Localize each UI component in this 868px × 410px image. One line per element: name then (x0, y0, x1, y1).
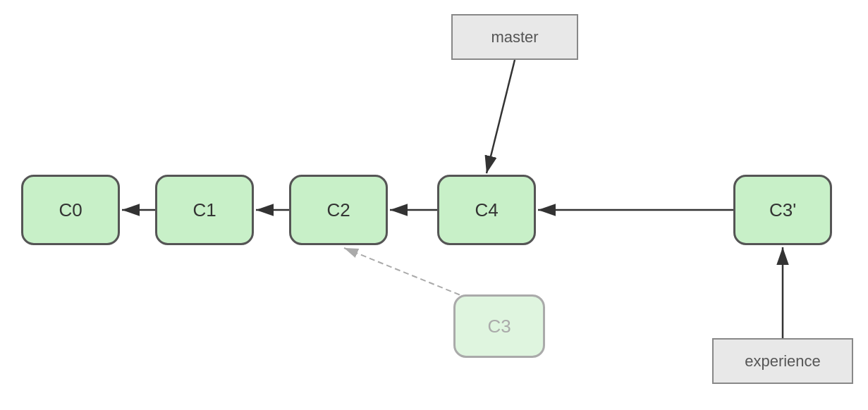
label-master: master (451, 14, 578, 60)
label-experience: experience (712, 338, 853, 384)
commit-node-c3prime: C3' (733, 175, 832, 245)
commit-node-c0: C0 (21, 175, 120, 245)
commit-node-c4: C4 (437, 175, 536, 245)
commit-node-c1: C1 (155, 175, 254, 245)
arrow-master-c4 (487, 60, 515, 173)
commit-node-c3: C3 (453, 294, 545, 358)
diagram-container: C0 C1 C2 C4 C3' C3 master experience (0, 0, 868, 410)
commit-node-c2: C2 (289, 175, 388, 245)
